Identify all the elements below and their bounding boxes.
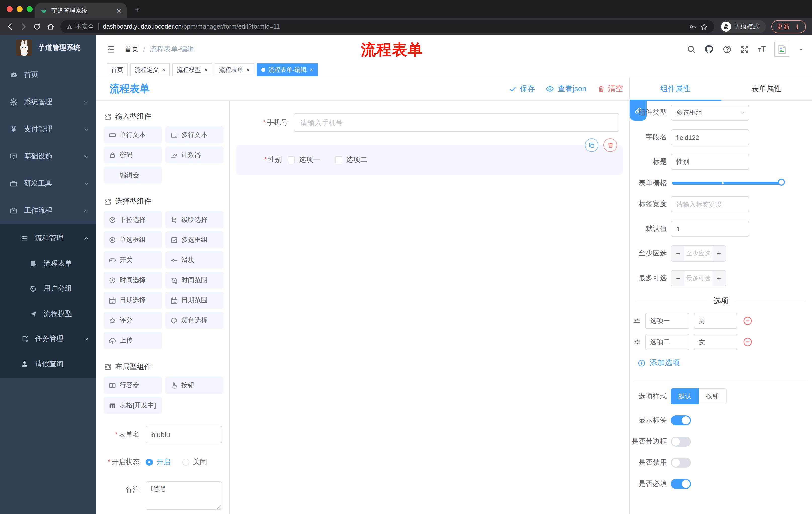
default-value-input[interactable] — [671, 221, 749, 237]
avatar-caret-icon[interactable] — [798, 46, 804, 52]
stepper-plus-button[interactable]: + — [712, 271, 726, 286]
component-chip-time-picker[interactable]: 时间选择 — [104, 272, 162, 289]
tag-home[interactable]: 首页 — [107, 63, 127, 77]
forward-icon[interactable] — [20, 23, 28, 31]
tag-process-form-edit[interactable]: 流程表单-编辑× — [257, 63, 318, 77]
sidebar-item-payment[interactable]: ¥ 支付管理 — [0, 116, 96, 143]
drag-handle-icon[interactable] — [633, 338, 641, 346]
tab-component-props[interactable]: 组件属性 — [630, 77, 721, 100]
option-label-input[interactable] — [645, 334, 689, 350]
stepper-plus-button[interactable]: + — [712, 246, 726, 261]
back-icon[interactable] — [6, 23, 14, 31]
maximize-window-button[interactable] — [27, 6, 33, 12]
tag-process-form[interactable]: 流程表单× — [214, 63, 254, 77]
form-canvas[interactable]: *手机号 *性别 选项一 选项二 — [230, 101, 629, 514]
field-name-input[interactable] — [671, 129, 749, 145]
style-default-button[interactable]: 默认 — [671, 388, 699, 404]
stepper-minus-button[interactable]: − — [671, 246, 685, 261]
tag-close-icon[interactable]: × — [162, 66, 165, 74]
component-chip-upload[interactable]: 上传 — [104, 332, 162, 349]
component-type-select[interactable]: 多选框组 — [671, 105, 749, 121]
component-chip-switch[interactable]: 开关 — [104, 251, 162, 269]
component-chip-date-range[interactable]: 日期范围 — [165, 292, 224, 309]
max-select-input[interactable] — [685, 271, 712, 286]
canvas-field-gender-selected[interactable]: *性别 选项一 选项二 — [236, 145, 623, 175]
component-chip-counter[interactable]: 123 计数器 — [165, 146, 224, 163]
disabled-toggle[interactable] — [671, 458, 691, 468]
font-size-icon[interactable]: TT — [758, 45, 766, 54]
fullscreen-icon[interactable] — [740, 45, 749, 54]
security-warning-icon[interactable]: 不安全 — [66, 22, 94, 31]
update-browser-button[interactable]: 更新 ⋮ — [771, 20, 806, 33]
add-option-button[interactable]: 添加选项 — [638, 358, 812, 368]
component-chip-color-picker[interactable]: 颜色选择 — [165, 312, 224, 329]
show-label-toggle[interactable] — [671, 415, 691, 426]
sidebar-item-process-model[interactable]: 流程模型 — [0, 301, 96, 326]
component-chip-select[interactable]: 下拉选择 — [104, 211, 162, 228]
min-select-input[interactable] — [685, 246, 712, 261]
component-chip-cascader[interactable]: 级联选择 — [165, 211, 224, 228]
sidebar-item-process-form[interactable]: 流程表单 — [0, 251, 96, 276]
view-json-button[interactable]: 查看json — [546, 84, 586, 93]
new-tab-button[interactable]: + — [135, 5, 140, 15]
component-chip-radio-group[interactable]: 单选框组 — [104, 231, 162, 248]
reload-icon[interactable] — [33, 23, 41, 31]
drag-handle-icon[interactable] — [633, 317, 641, 325]
sidebar-item-infra[interactable]: 基础设施 — [0, 143, 96, 170]
component-chip-checkbox-group[interactable]: 多选框组 — [165, 231, 224, 248]
sidebar-item-devtools[interactable]: 研发工具 — [0, 170, 96, 197]
gender-checkbox-option1[interactable]: 选项一 — [288, 155, 320, 164]
grid-slider[interactable] — [672, 182, 780, 185]
github-icon[interactable] — [704, 44, 714, 54]
component-chip-editor[interactable]: 编辑器 — [104, 166, 162, 184]
sidebar-item-process-mgmt[interactable]: 流程管理 — [0, 226, 96, 251]
component-chip-date-picker[interactable]: 日期选择 — [104, 292, 162, 309]
address-bar[interactable]: 不安全 dashboard.yudao.iocoder.cn/bpm/manag… — [60, 20, 714, 33]
clear-button[interactable]: 清空 — [598, 84, 623, 93]
component-chip-button[interactable]: 按钮 — [165, 377, 224, 394]
title-input[interactable] — [671, 154, 749, 170]
option-value-input[interactable] — [694, 334, 737, 350]
bookmark-star-icon[interactable] — [700, 23, 708, 30]
option-label-input[interactable] — [645, 313, 689, 329]
sidebar-item-home[interactable]: 首页 — [0, 61, 96, 88]
tag-close-icon[interactable]: × — [204, 66, 207, 74]
component-chip-single-line-text[interactable]: 单行文本 — [104, 126, 162, 143]
collapse-sidebar-icon[interactable] — [107, 45, 116, 54]
copy-component-button[interactable] — [585, 138, 599, 152]
avatar[interactable] — [774, 42, 789, 57]
tag-close-icon[interactable]: × — [246, 66, 250, 74]
sidebar-item-user-group[interactable]: 用户分组 — [0, 276, 96, 301]
tag-process-model[interactable]: 流程模型× — [172, 63, 212, 77]
option-value-input[interactable] — [694, 313, 737, 329]
browser-tab[interactable]: 芋道管理系统 ✕ — [35, 3, 127, 18]
remove-option-button[interactable] — [743, 316, 753, 326]
breadcrumb-home[interactable]: 首页 — [125, 45, 139, 54]
phone-input[interactable] — [294, 113, 619, 132]
form-name-input[interactable] — [146, 426, 222, 443]
sidebar-item-workflow[interactable]: 工作流程 — [0, 197, 96, 224]
component-chip-time-range[interactable]: 时间范围 — [165, 272, 224, 289]
stepper-minus-button[interactable]: − — [671, 271, 685, 286]
browser-menu-dots-icon[interactable]: ⋮ — [794, 23, 801, 30]
style-button-button[interactable]: 按钮 — [699, 388, 727, 404]
key-icon[interactable] — [689, 23, 696, 30]
gender-checkbox-option2[interactable]: 选项二 — [335, 155, 367, 164]
component-chip-row-container[interactable]: 行容器 — [104, 377, 162, 394]
component-chip-table[interactable]: 表格[开发中] — [104, 397, 162, 414]
minimize-window-button[interactable] — [17, 6, 23, 12]
delete-component-button[interactable] — [604, 138, 617, 152]
component-chip-slider[interactable]: 滑块 — [165, 251, 224, 269]
with-border-toggle[interactable] — [671, 437, 691, 447]
remove-option-button[interactable] — [743, 337, 753, 347]
sidebar-item-system[interactable]: 系统管理 — [0, 88, 96, 116]
help-icon[interactable] — [723, 45, 732, 54]
component-chip-multi-line-text[interactable]: 多行文本 — [165, 126, 224, 143]
textarea-resize-handle[interactable] — [216, 505, 221, 510]
tag-close-icon[interactable]: × — [310, 66, 313, 74]
sidebar-item-task-mgmt[interactable]: 任务管理 — [0, 326, 96, 352]
sidebar-item-leave-query[interactable]: 请假查询 — [0, 352, 96, 377]
close-window-button[interactable] — [6, 6, 12, 12]
component-chip-rate[interactable]: 评分 — [104, 312, 162, 329]
tag-process-definition[interactable]: 流程定义× — [130, 63, 170, 77]
